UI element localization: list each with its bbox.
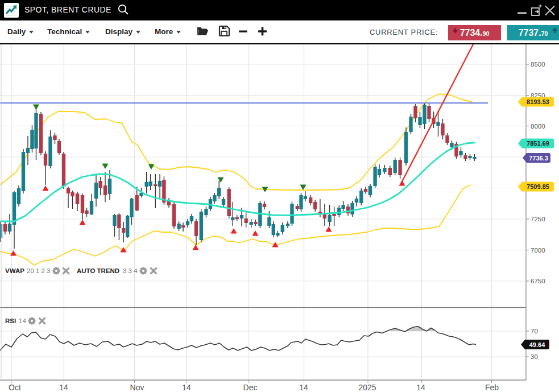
svg-text:2025: 2025 <box>358 383 376 392</box>
svg-text:30: 30 <box>531 353 538 360</box>
svg-text:Nov: Nov <box>130 383 144 392</box>
svg-text:7736.3: 7736.3 <box>529 155 548 162</box>
svg-text:VWAP: VWAP <box>5 267 24 274</box>
svg-text:14: 14 <box>19 317 26 324</box>
svg-text:8500: 8500 <box>531 61 545 68</box>
svg-text:Dec: Dec <box>243 383 258 392</box>
svg-text:6750: 6750 <box>531 278 545 284</box>
svg-text:7250: 7250 <box>531 216 545 222</box>
svg-text:Feb: Feb <box>485 383 499 392</box>
svg-text:49.64: 49.64 <box>529 341 545 348</box>
svg-text:RSI: RSI <box>5 317 16 324</box>
svg-text:8193.53: 8193.53 <box>527 98 549 105</box>
svg-text:7851.69: 7851.69 <box>527 140 549 147</box>
svg-text:8000: 8000 <box>531 123 545 130</box>
svg-text:14: 14 <box>59 383 68 392</box>
svg-text:Oct: Oct <box>9 383 21 392</box>
svg-text:3 3 4: 3 3 4 <box>123 267 138 274</box>
svg-text:14: 14 <box>416 383 425 392</box>
svg-text:20 1 2 3: 20 1 2 3 <box>27 267 51 274</box>
svg-text:7000: 7000 <box>531 247 545 254</box>
svg-text:14: 14 <box>182 383 191 392</box>
svg-text:70: 70 <box>531 328 538 335</box>
svg-text:14: 14 <box>299 383 308 392</box>
svg-text:AUTO TREND: AUTO TREND <box>77 267 119 274</box>
svg-text:7509.85: 7509.85 <box>527 183 549 190</box>
